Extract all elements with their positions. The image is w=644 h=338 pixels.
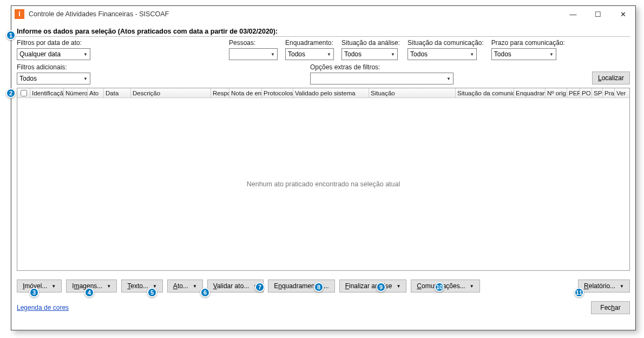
filter-prazo-select[interactable]: Todos <box>491 48 556 60</box>
grid-col-protocolos[interactable]: Protocolos <box>262 88 293 98</box>
grid-col-enquadram[interactable]: Enquadram <box>514 88 546 98</box>
minimize-button[interactable]: — <box>561 6 586 22</box>
chevron-down-icon: ▼ <box>396 284 400 289</box>
filter-enquadramento-label: Enquadramento: <box>285 39 334 47</box>
relatorio-button[interactable]: Relatório...▼ <box>578 280 630 292</box>
filter-adicionais-select[interactable]: Todos <box>17 73 90 84</box>
hint-balloon-9: 9 <box>376 282 386 292</box>
hint-balloon-7: 7 <box>255 282 265 292</box>
ato-button[interactable]: Ato...▼ <box>167 280 203 292</box>
comunicacoes-button[interactable]: Comunicações...▼ <box>411 280 479 292</box>
hint-balloon-11: 11 <box>574 288 584 297</box>
filter-data-ato-select[interactable]: Qualquer data <box>17 48 90 60</box>
filter-pessoas-label: Pessoas: <box>229 39 278 47</box>
hint-balloon-10: 10 <box>435 282 444 292</box>
grid-col-numero[interactable]: Número <box>64 88 88 98</box>
hint-balloon-2: 2 <box>6 88 16 98</box>
filter-sit-analise-label: Situação da análise: <box>341 39 400 47</box>
app-icon: I <box>15 9 24 19</box>
results-grid: Identificação Número Ato Data Descrição … <box>17 88 630 271</box>
grid-col-situacao[interactable]: Situação <box>369 88 456 98</box>
hint-balloon-3: 3 <box>29 288 39 297</box>
window-title: Controle de Atividades Financeiras - SIS… <box>29 10 561 18</box>
grid-col-ato[interactable]: Ato <box>88 88 104 98</box>
chevron-down-icon: ▼ <box>620 284 624 289</box>
filter-sit-analise-select[interactable]: Todos <box>341 48 398 60</box>
finalizar-analise-button[interactable]: Finalizar análise▼ <box>339 280 407 292</box>
grid-col-ver[interactable]: Ver <box>615 88 627 98</box>
grid-col-descricao[interactable]: Descrição <box>131 88 211 98</box>
legenda-cores-link[interactable]: Legenda de cores <box>17 304 69 311</box>
chevron-down-icon: ▼ <box>107 284 111 289</box>
hint-balloon-4: 4 <box>84 288 94 297</box>
filter-extras-select[interactable] <box>310 73 454 84</box>
grid-header: Identificação Número Ato Data Descrição … <box>17 88 629 98</box>
grid-col-validado[interactable]: Validado pelo sistema <box>293 88 369 98</box>
filter-sit-comunicacao-label: Situação da comunicação: <box>408 39 484 47</box>
app-window: 1 2 3 4 5 6 7 8 9 10 11 I Controle de At… <box>11 5 636 330</box>
grid-col-checkbox[interactable] <box>17 88 30 98</box>
section-heading: Informe os dados para seleção (Atos prat… <box>17 28 630 37</box>
grid-col-respo[interactable]: Respo <box>211 88 229 98</box>
grid-col-po[interactable]: PO <box>580 88 592 98</box>
filter-sit-comunicacao-select[interactable]: Todos <box>408 48 477 60</box>
hint-balloon-8: 8 <box>314 282 324 292</box>
grid-col-pep[interactable]: PEP <box>567 88 580 98</box>
hint-balloon-1: 1 <box>6 30 16 40</box>
grid-col-pra[interactable]: Pra <box>603 88 615 98</box>
maximize-button[interactable]: ☐ <box>586 6 610 22</box>
filter-pessoas-select[interactable] <box>229 48 278 60</box>
grid-col-n-orig[interactable]: Nº orig <box>546 88 567 98</box>
grid-col-nota-ent[interactable]: Nota de ent <box>229 88 262 98</box>
filter-adicionais-label: Filtros adicionais: <box>17 63 90 71</box>
filter-data-ato-label: Filtros por data de ato: <box>17 39 90 47</box>
close-button[interactable]: ✕ <box>610 6 635 22</box>
chevron-down-icon: ▼ <box>470 284 474 289</box>
fechar-button[interactable]: Fechar <box>591 301 630 314</box>
hint-balloon-6: 6 <box>200 288 210 297</box>
filter-prazo-label: Prazo para comunicação: <box>491 39 565 47</box>
grid-col-identificacao[interactable]: Identificação <box>30 88 64 98</box>
chevron-down-icon: ▼ <box>193 284 197 289</box>
imovel-button[interactable]: Imóvel...▼ <box>17 280 62 292</box>
grid-col-sp[interactable]: SP <box>592 88 603 98</box>
chevron-down-icon: ▼ <box>51 284 56 289</box>
select-all-checkbox[interactable] <box>21 90 27 96</box>
filter-extras-label: Opções extras de filtros: <box>310 63 454 71</box>
filter-enquadramento-select[interactable]: Todos <box>285 48 334 60</box>
grid-empty-message: Nenhum ato praticado encontrado na seleç… <box>17 98 629 270</box>
grid-col-data[interactable]: Data <box>104 88 131 98</box>
title-bar: I Controle de Atividades Financeiras - S… <box>11 6 635 22</box>
localizar-button[interactable]: Localizar <box>592 72 630 84</box>
grid-col-sit-comunic[interactable]: Situação da comunica <box>456 88 514 98</box>
enquadramentos-button[interactable]: Enquadramentos... <box>268 280 334 292</box>
hint-balloon-5: 5 <box>147 288 157 297</box>
